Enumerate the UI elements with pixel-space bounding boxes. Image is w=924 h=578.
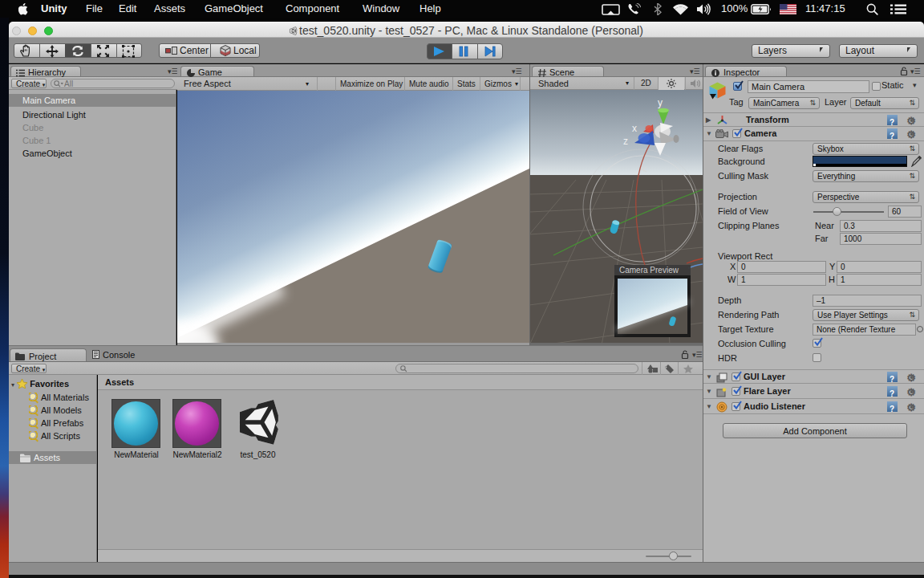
svg-text:x: x (632, 123, 637, 134)
svg-text:y: y (658, 97, 663, 108)
svg-text:z: z (623, 136, 628, 147)
svg-text:Camera Preview: Camera Preview (619, 266, 679, 275)
